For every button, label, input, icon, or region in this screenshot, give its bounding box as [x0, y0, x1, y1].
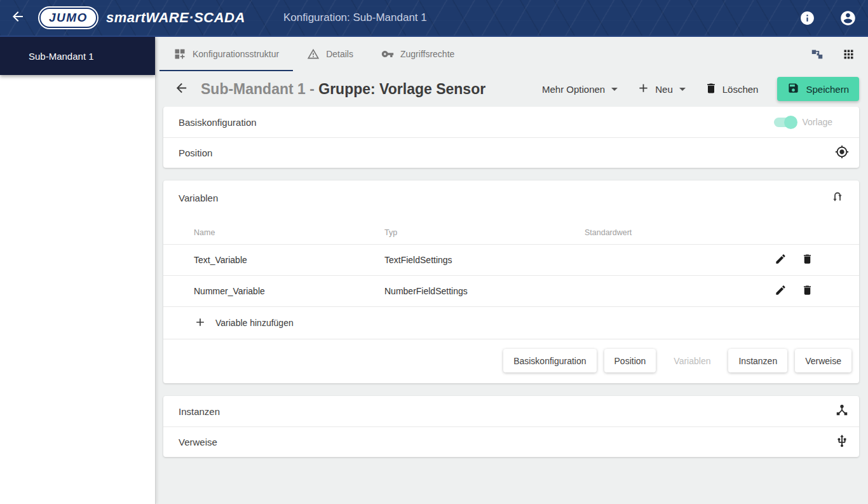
nav-button-position[interactable]: Position [604, 349, 656, 372]
card-basis-position: Basiskonfiguration Vorlage Position [163, 107, 859, 168]
column-header-standardwert: Standardwert [585, 228, 769, 237]
vorlage-toggle[interactable] [774, 118, 796, 127]
arrow-left-icon [174, 81, 189, 98]
vorlage-toggle-label: Vorlage [803, 117, 832, 127]
trash-icon [801, 253, 813, 267]
back-button[interactable] [5, 5, 31, 31]
add-variable-label: Variable hinzufügen [215, 318, 294, 328]
cell-typ: NumberFieldSettings [384, 286, 585, 296]
section-label: Verweise [179, 437, 217, 447]
cell-typ: TextFieldSettings [384, 255, 585, 265]
nav-button-instanzen[interactable]: Instanzen [728, 349, 787, 372]
content-area: Basiskonfiguration Vorlage Position [156, 107, 868, 504]
edit-variable-button[interactable] [775, 253, 787, 267]
jumo-logo-text: JUMO [49, 11, 88, 25]
card-variablen: Variablen Name Typ Sta [163, 180, 859, 383]
usb-icon [835, 434, 849, 451]
pencil-icon [775, 253, 787, 267]
warning-icon [307, 48, 320, 60]
add-variable-button[interactable]: Variable hinzufügen [163, 306, 859, 339]
account-icon[interactable] [839, 10, 857, 27]
app-page-title: Konfiguration: Sub-Mandant 1 [283, 11, 427, 24]
trash-icon [801, 284, 813, 298]
section-row-instanzen[interactable]: Instanzen [163, 396, 859, 426]
page-title-main: Gruppe: Vorlage Sensor [318, 81, 485, 97]
card-instanzen-verweise: Instanzen Verweise [163, 396, 859, 457]
section-label: Instanzen [179, 406, 220, 417]
apps-grid-icon[interactable] [842, 48, 855, 61]
new-label: Neu [655, 84, 673, 95]
table-row-text-variable[interactable]: Text_Variable TextFieldSettings [163, 244, 859, 275]
section-label: Position [179, 147, 212, 158]
arrow-left-icon [10, 9, 25, 27]
info-icon[interactable] [799, 10, 815, 26]
section-label: Basiskonfiguration [179, 117, 257, 128]
section-nav-buttons: Basiskonfiguration Position Variablen In… [163, 339, 859, 383]
new-button[interactable]: Neu [637, 81, 686, 97]
edit-variable-button[interactable] [775, 284, 787, 298]
nav-button-verweise[interactable]: Verweise [795, 349, 851, 372]
my-location-icon [835, 145, 849, 161]
plus-icon [194, 316, 207, 330]
brand-title: smartWARE·SCADA [106, 10, 245, 26]
page-back-button[interactable] [170, 78, 192, 100]
more-options-label: Mehr Optionen [542, 84, 605, 95]
more-options-button[interactable]: Mehr Optionen [542, 84, 618, 95]
delete-variable-button[interactable] [801, 253, 813, 267]
tab-label: Details [326, 49, 353, 59]
chevron-down-icon [679, 88, 686, 91]
tab-label: Zugriffsrechte [400, 49, 454, 59]
save-icon [787, 82, 799, 96]
section-row-verweise[interactable]: Verweise [163, 426, 859, 457]
save-label: Speichern [806, 84, 849, 95]
delete-variable-button[interactable] [801, 284, 813, 298]
jumo-logo: JUMO [39, 8, 97, 28]
column-header-name: Name [194, 228, 384, 237]
tab-zugriffsrechte[interactable]: Zugriffsrechte [367, 37, 468, 71]
section-label: Variablen [179, 193, 218, 203]
variablen-header: Variablen [163, 180, 859, 215]
delete-label: Löschen [722, 84, 759, 95]
variablen-table-header: Name Typ Standardwert [163, 215, 859, 244]
page-title-prefix: Sub-Mandant 1 - [201, 81, 318, 97]
sidebar-item-sub-mandant-1[interactable]: Sub-Mandant 1 [0, 37, 155, 75]
section-row-basiskonfiguration[interactable]: Basiskonfiguration Vorlage [163, 107, 859, 137]
delete-button[interactable]: Löschen [705, 82, 759, 97]
tab-bar: Konfigurationsstruktur Details Zugriffsr… [156, 37, 868, 71]
plus-icon [637, 81, 650, 97]
page-title: Sub-Mandant 1 - Gruppe: Vorlage Sensor [201, 81, 485, 98]
tab-details[interactable]: Details [293, 37, 367, 71]
tab-konfigurationsstruktur[interactable]: Konfigurationsstruktur [159, 37, 293, 71]
schema-tree-icon[interactable] [810, 47, 824, 61]
sidebar: Sub-Mandant 1 [0, 37, 156, 504]
sidebar-item-label: Sub-Mandant 1 [29, 51, 94, 62]
trash-icon [705, 82, 717, 97]
dashboard-customize-icon [173, 48, 186, 60]
pencil-icon [775, 284, 787, 298]
table-row-nummer-variable[interactable]: Nummer_Variable NumberFieldSettings [163, 275, 859, 306]
top-app-bar: JUMO smartWARE·SCADA Konfiguration: Sub-… [0, 0, 868, 37]
tab-label: Konfigurationsstruktur [193, 49, 279, 59]
save-button[interactable]: Speichern [777, 77, 859, 101]
cell-name: Text_Variable [194, 255, 384, 265]
cell-name: Nummer_Variable [194, 286, 384, 296]
column-header-typ: Typ [384, 228, 585, 237]
page-header: Sub-Mandant 1 - Gruppe: Vorlage Sensor M… [156, 71, 868, 107]
reorder-swap-icon[interactable] [830, 189, 845, 207]
key-icon [381, 48, 394, 60]
nav-button-basiskonfiguration[interactable]: Basiskonfiguration [503, 349, 596, 372]
chevron-down-icon [611, 88, 618, 91]
nav-button-variablen: Variablen [663, 349, 721, 372]
section-row-position[interactable]: Position [163, 137, 859, 168]
device-hub-icon [835, 403, 849, 419]
